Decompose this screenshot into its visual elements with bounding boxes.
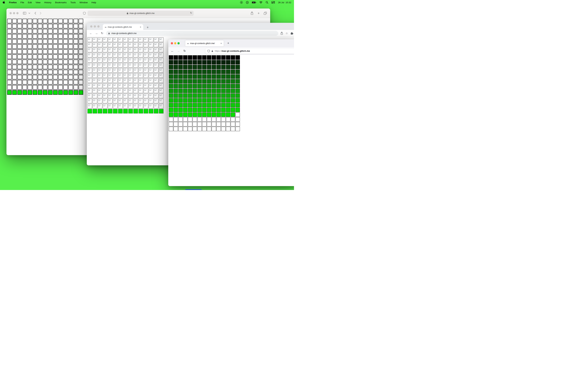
broken-image-icon [124,53,126,55]
canvas-cell [108,109,113,114]
canvas-cell [235,98,240,103]
canvas-cell [33,80,37,85]
chrome-active-tab[interactable]: ∞ max-gl-contexts.glitch.me × [103,24,143,30]
chevron-down-icon[interactable] [28,12,30,14]
active-app-name[interactable]: Firefox [9,1,17,4]
chrome-tab-strip[interactable]: ∞ max-gl-contexts.glitch.me × + [87,23,294,30]
canvas-cell [221,108,226,112]
broken-image-icon [160,89,162,91]
new-tab-button[interactable]: + [147,26,149,29]
dock-peek[interactable] [185,189,202,190]
menu-item-bookmarks[interactable]: Bookmarks [55,1,67,4]
broken-image-icon [139,84,141,86]
canvas-cell [12,65,17,69]
canvas-cell [221,65,226,69]
canvas-cell [79,65,83,69]
share-icon[interactable] [250,11,253,15]
back-button[interactable]: ← [171,49,174,53]
canvas-cell [79,75,83,79]
forward-button-icon[interactable] [40,12,42,15]
canvas-cell [33,34,37,38]
canvas-cell [144,83,148,88]
canvas-cell [235,113,240,117]
extensions-puzzle-icon[interactable] [290,32,293,35]
firefox-address-bar[interactable]: https://max-gl-contexts.glitch.me [205,48,294,54]
broken-image-icon [88,74,90,76]
menu-bar-clock[interactable]: 26 Jul 10:32 [278,1,291,4]
canvas-cell [216,98,221,103]
canvas-cell [7,90,12,95]
g-status-icon[interactable]: G [240,1,243,4]
battery-charging-icon[interactable] [252,1,256,3]
minimize-button[interactable] [94,25,96,28]
canvas-cell [197,117,202,122]
firefox-active-tab[interactable]: ∞ max-gl-contexts.glitch.me/ × [185,40,224,46]
sidebar-toggle-icon[interactable] [23,12,26,15]
broken-image-icon [93,48,95,50]
close-button[interactable] [171,42,173,44]
privacy-shield-icon[interactable] [83,12,86,15]
spotlight-search-icon[interactable] [266,1,268,4]
wifi-icon[interactable] [259,1,263,3]
now-playing-icon[interactable] [246,1,249,4]
canvas-cell [74,85,78,90]
reload-button[interactable]: ↻ [183,49,186,53]
canvas-cell [93,63,97,68]
share-icon[interactable] [280,32,283,35]
control-center-icon[interactable] [271,1,275,3]
forward-button[interactable]: → [95,32,98,35]
menu-item-file[interactable]: File [20,1,24,4]
broken-image-icon [144,104,146,106]
canvas-cell [58,75,63,79]
broken-image-icon [154,99,156,101]
canvas-cell [207,122,211,126]
tab-overview-icon[interactable] [264,12,267,15]
canvas-cell [17,70,22,74]
broken-image-icon [160,84,162,86]
menu-item-history[interactable]: History [44,1,51,4]
new-tab-button[interactable]: + [258,11,260,15]
tab-close-icon[interactable]: × [140,26,141,28]
chrome-address-bar[interactable]: max-gl-contexts.glitch.me [106,31,278,36]
menu-item-view[interactable]: View [36,1,40,4]
broken-image-icon [129,43,131,45]
broken-image-icon [114,69,116,70]
minimize-button[interactable] [13,12,15,14]
menu-item-edit[interactable]: Edit [28,1,32,4]
broken-image-icon [154,69,156,70]
canvas-cell [58,29,63,34]
zoom-button[interactable] [97,25,99,28]
zoom-button[interactable] [177,42,180,44]
back-button-icon[interactable] [34,12,36,15]
new-tab-button[interactable]: + [227,41,229,45]
broken-image-icon [124,94,126,96]
bookmark-star-icon[interactable]: ☆ [285,32,288,35]
close-button[interactable] [10,12,12,14]
menu-item-window[interactable]: Window [79,1,88,4]
canvas-cell [113,53,117,57]
reload-button[interactable]: ↻ [100,32,104,35]
menu-item-tools[interactable]: Tools [70,1,76,4]
safari-toolbar[interactable]: max-gl-contexts.glitch.me ↻ + [6,8,270,18]
reload-icon[interactable]: ↻ [190,11,192,15]
canvas-cell [123,58,128,62]
safari-address-bar[interactable]: max-gl-contexts.glitch.me ↻ [88,11,194,16]
menu-item-help[interactable]: Help [91,1,96,4]
zoom-button[interactable] [16,12,19,14]
tab-close-icon[interactable]: × [221,42,222,45]
canvas-cell [22,39,27,44]
tracking-shield-icon[interactable] [208,50,210,52]
canvas-cell [113,63,117,68]
apple-menu[interactable] [3,1,5,4]
forward-button[interactable]: → [177,49,180,53]
firefox-canvas-grid [169,55,240,131]
canvas-cell [212,108,216,112]
lock-icon[interactable] [211,50,213,52]
minimize-button[interactable] [174,42,176,44]
close-button[interactable] [90,25,92,28]
canvas-cell [22,55,27,59]
canvas-cell [173,127,178,131]
firefox-tab-bar[interactable]: ∞ max-gl-contexts.glitch.me/ × + [168,39,294,47]
canvas-cell [128,42,133,47]
back-button[interactable]: ← [89,32,93,35]
